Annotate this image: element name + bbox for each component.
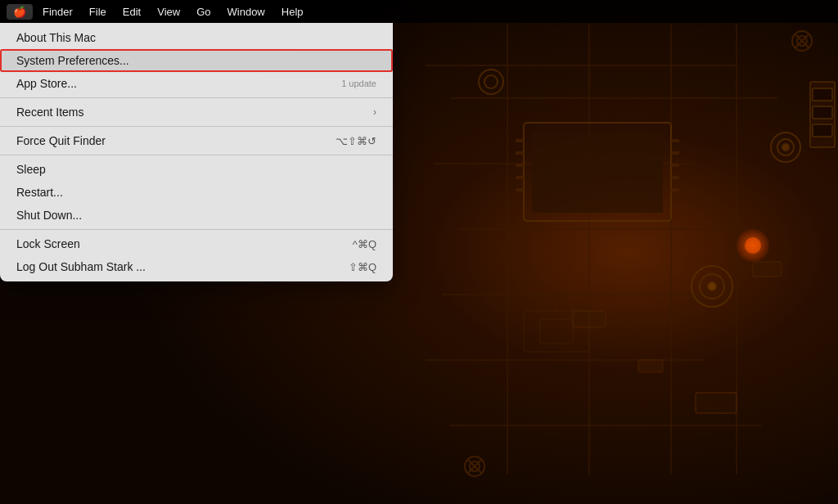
system-preferences-label: System Preferences... xyxy=(16,54,129,67)
svg-rect-36 xyxy=(753,262,782,277)
restart-label: Restart... xyxy=(16,186,63,199)
separator-4 xyxy=(0,229,393,230)
svg-rect-14 xyxy=(532,131,663,213)
recent-items-item[interactable]: Recent Items › xyxy=(0,101,393,124)
force-quit-shortcut: ⌥⇧⌘↺ xyxy=(336,135,376,147)
force-quit-label: Force Quit Finder xyxy=(16,134,106,147)
svg-point-29 xyxy=(708,282,716,290)
logout-item[interactable]: Log Out Subham Stark ... ⇧⌘Q xyxy=(0,255,393,278)
svg-point-32 xyxy=(782,144,789,151)
recent-items-label: Recent Items xyxy=(16,106,83,119)
svg-rect-24 xyxy=(671,188,679,191)
svg-rect-20 xyxy=(671,139,679,142)
separator-3 xyxy=(0,155,393,155)
edit-menu-button[interactable]: Edit xyxy=(116,4,147,20)
restart-item[interactable]: Restart... xyxy=(0,181,393,204)
svg-rect-35 xyxy=(696,393,737,413)
logout-shortcut: ⇧⌘Q xyxy=(349,261,376,273)
lock-screen-shortcut: ^⌘Q xyxy=(353,238,376,250)
shutdown-item[interactable]: Shut Down... xyxy=(0,204,393,227)
view-menu-button[interactable]: View xyxy=(151,4,187,20)
svg-point-46 xyxy=(745,237,761,254)
separator-2 xyxy=(0,126,393,127)
svg-rect-34 xyxy=(638,360,663,372)
about-this-mac-item[interactable]: About This Mac xyxy=(0,26,393,49)
force-quit-item[interactable]: Force Quit Finder ⌥⇧⌘↺ xyxy=(0,129,393,152)
app-store-item[interactable]: App Store... 1 update xyxy=(0,72,393,95)
svg-rect-23 xyxy=(671,176,679,179)
go-menu-button[interactable]: Go xyxy=(190,4,217,20)
app-store-badge: 1 update xyxy=(341,79,376,88)
sleep-item[interactable]: Sleep xyxy=(0,158,393,181)
svg-rect-52 xyxy=(813,88,832,101)
svg-rect-22 xyxy=(671,164,679,167)
svg-rect-19 xyxy=(516,188,524,191)
apple-dropdown-menu: About This Mac System Preferences... App… xyxy=(0,23,393,281)
shutdown-label: Shut Down... xyxy=(16,209,82,222)
file-menu-button[interactable]: File xyxy=(83,4,113,20)
separator-1 xyxy=(0,97,393,98)
svg-rect-15 xyxy=(516,139,524,142)
help-menu-button[interactable]: Help xyxy=(275,4,310,20)
svg-rect-16 xyxy=(516,151,524,155)
menubar: 🍎 Finder File Edit View Go Window Help xyxy=(0,0,838,23)
svg-rect-53 xyxy=(813,106,832,119)
svg-rect-17 xyxy=(516,164,524,167)
logout-label: Log Out Subham Stark ... xyxy=(16,260,146,273)
svg-rect-54 xyxy=(813,124,832,137)
lock-screen-item[interactable]: Lock Screen ^⌘Q xyxy=(0,232,393,255)
apple-menu-button[interactable]: 🍎 xyxy=(7,4,33,20)
window-menu-button[interactable]: Window xyxy=(221,4,272,20)
app-store-label: App Store... xyxy=(16,77,77,90)
about-this-mac-label: About This Mac xyxy=(16,31,96,44)
sleep-label: Sleep xyxy=(16,163,46,176)
svg-rect-18 xyxy=(516,176,524,179)
svg-rect-21 xyxy=(671,151,679,155)
system-preferences-item[interactable]: System Preferences... xyxy=(0,49,393,72)
lock-screen-label: Lock Screen xyxy=(16,237,80,250)
recent-items-chevron-icon: › xyxy=(373,106,376,118)
finder-menu-button[interactable]: Finder xyxy=(36,4,79,20)
